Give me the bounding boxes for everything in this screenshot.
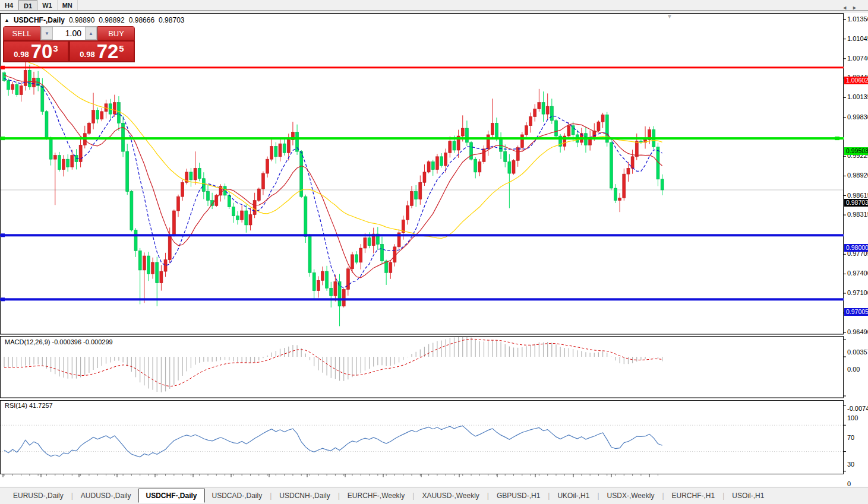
- price-tick-label: 1.00740: [847, 55, 868, 62]
- rsi-scale-label: 100: [847, 414, 858, 421]
- symbol-name: USDCHF-,Daily: [14, 16, 65, 24]
- chart-tab-usdx-weekly[interactable]: USDX-,Weekly: [600, 489, 662, 502]
- price-level-badge: 0.98000: [844, 244, 868, 252]
- chart-tab-audusd-daily[interactable]: AUDUSD-,Daily: [74, 489, 138, 502]
- timeframe-button-d1[interactable]: D1: [18, 0, 37, 10]
- macd-current-values: -0.000396 -0.000299: [52, 338, 112, 345]
- price-tick-label: 0.96490: [847, 328, 868, 335]
- timeframe-button-mn[interactable]: MN: [58, 0, 78, 10]
- buy-price-big: 72: [97, 43, 119, 61]
- chart-title: ▲ USDCHF-,Daily 0.98890 0.98892 0.98666 …: [4, 16, 185, 24]
- price-tick-label: 0.99830: [847, 113, 868, 121]
- macd-name: MACD(12,26,9): [5, 338, 50, 345]
- window-separator: [0, 11, 868, 13]
- scroll-to-end-marker[interactable]: ▼: [667, 13, 673, 20]
- sell-price-sup: 3: [53, 43, 58, 53]
- chart-tab-eurusd-daily[interactable]: EURUSD-,Daily: [6, 489, 71, 502]
- chart-tab-gbpusd-h1[interactable]: GBPUSD-,H1: [490, 489, 547, 502]
- current-price-badge: 0.98703: [844, 199, 868, 207]
- sell-price-big: 70: [31, 43, 53, 61]
- one-click-trade-panel: SELL ▼ ▲ BUY 0.98 70 3 0.98 72 5: [3, 26, 135, 62]
- chart-canvas[interactable]: [0, 13, 868, 504]
- rsi-scale-label: 30: [847, 461, 854, 468]
- timeframe-button-w1[interactable]: W1: [37, 0, 58, 10]
- price-tick-label: 0.97400: [847, 270, 868, 277]
- buy-price-prefix: 0.98: [80, 50, 94, 59]
- timeframe-button-h4[interactable]: H4: [0, 0, 18, 10]
- ohlc-close: 0.98703: [159, 16, 184, 24]
- tab-scroll-right-icon[interactable]: ►: [852, 5, 862, 11]
- price-tick-label: 0.97100: [847, 289, 868, 296]
- chart-tab-ukoil-h1[interactable]: UKOil-,H1: [550, 489, 596, 502]
- volume-decrease-button[interactable]: ▼: [41, 27, 53, 40]
- macd-scale-label: 0.00: [847, 366, 860, 373]
- ohlc-open: 0.98890: [69, 16, 94, 24]
- price-level-badge: 1.00602: [844, 77, 868, 84]
- price-level-badge: 0.97005: [844, 308, 868, 316]
- symbol-tab-bar: EURUSD-,Daily|AUDUSD-,DailyUSDCHF-,Daily…: [0, 487, 868, 504]
- chart-tab-usdchf-daily[interactable]: USDCHF-,Daily: [138, 489, 205, 503]
- price-level-badge: 0.99503: [844, 147, 868, 155]
- chart-tab-xauusd-weekly[interactable]: XAUUSD-,Weekly: [415, 489, 486, 502]
- chart-tab-usdcnh-daily[interactable]: USDCNH-,Daily: [272, 489, 337, 502]
- rsi-pane-label: RSI(14) 41.7257: [5, 402, 53, 409]
- tab-scroll-left-icon[interactable]: ◄: [842, 5, 852, 11]
- sell-price-prefix: 0.98: [14, 50, 29, 59]
- timeframe-toolbar: H4D1W1MN: [0, 0, 868, 11]
- buy-price-sup: 5: [119, 43, 124, 53]
- buy-button[interactable]: BUY: [97, 26, 135, 40]
- macd-pane-label: MACD(12,26,9) -0.000396 -0.000299: [5, 338, 113, 345]
- macd-scale-label: -0.00749: [847, 405, 868, 412]
- rsi-scale-label: 70: [847, 434, 854, 441]
- chart-tab-eurchf-weekly[interactable]: EURCHF-,Weekly: [340, 489, 412, 502]
- sell-button[interactable]: SELL: [3, 26, 40, 40]
- sell-price-display[interactable]: 0.98 70 3: [3, 40, 69, 62]
- chart-tab-eurchf-h1[interactable]: EURCHF-,H1: [665, 489, 722, 502]
- tab-scroll-arrows: ◄►: [842, 5, 862, 11]
- chart-window: ▲ USDCHF-,Daily 0.98890 0.98892 0.98666 …: [0, 13, 868, 504]
- price-tick-label: 1.01350: [847, 15, 868, 23]
- buy-price-display[interactable]: 0.98 72 5: [69, 40, 135, 62]
- chart-tab-usdcad-daily[interactable]: USDCAD-,Daily: [205, 489, 270, 502]
- price-tick-label: 1.01045: [847, 35, 868, 42]
- volume-increase-button[interactable]: ▲: [85, 27, 97, 40]
- chart-tab-usoil-h1[interactable]: USOil-,H1: [725, 489, 771, 502]
- rsi-name: RSI(14): [5, 402, 27, 409]
- ohlc-high: 0.98892: [99, 16, 124, 24]
- price-tick-label: 1.00135: [847, 93, 868, 100]
- price-tick-label: 0.98920: [847, 172, 868, 179]
- volume-control: ▼ ▲: [40, 26, 97, 40]
- macd-scale-label: 0.003574: [847, 348, 868, 356]
- price-tick-label: 0.98615: [847, 192, 868, 199]
- ohlc-low: 0.98666: [129, 16, 154, 24]
- symbol-marker-icon: ▲: [4, 17, 10, 23]
- volume-input[interactable]: [53, 27, 85, 40]
- rsi-current-value: 41.7257: [29, 402, 53, 409]
- price-tick-label: 0.98315: [847, 211, 868, 218]
